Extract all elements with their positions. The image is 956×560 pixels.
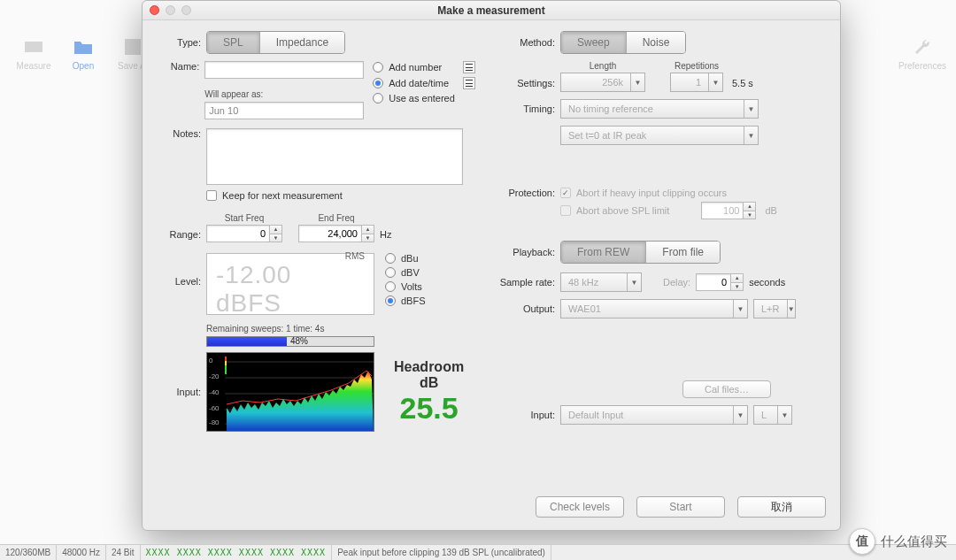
method-noise[interactable]: Noise	[626, 32, 686, 53]
use-as-entered-radio[interactable]	[373, 93, 383, 104]
status-bitdepth: 24 Bit	[106, 545, 141, 560]
volts-radio[interactable]	[385, 281, 396, 292]
settings-label: Settings:	[497, 78, 560, 92]
close-icon[interactable]	[150, 5, 159, 15]
method-sweep[interactable]: Sweep	[561, 32, 626, 53]
input-level-label: Input:	[157, 387, 206, 397]
name-label: Name:	[157, 61, 204, 72]
name-field[interactable]	[204, 61, 364, 79]
sample-rate-select[interactable]: 48 kHz▼	[560, 272, 642, 292]
type-impedance[interactable]: Impedance	[259, 32, 344, 53]
method-label: Method:	[497, 37, 560, 48]
duration-label: 5.5 s	[732, 78, 753, 92]
maximize-icon	[181, 5, 191, 15]
level-display: RMS -12.00 dBFS	[206, 253, 374, 315]
minimize-icon	[166, 5, 175, 15]
notes-field[interactable]	[206, 128, 463, 185]
svg-rect-7	[225, 357, 227, 361]
type-selector[interactable]: SPL Impedance	[206, 31, 345, 54]
keep-checkbox[interactable]	[206, 190, 217, 201]
dbu-radio[interactable]	[385, 253, 396, 264]
abort-spl-checkbox	[560, 205, 571, 216]
playback-label: Playback:	[497, 247, 560, 257]
output-label: Output:	[497, 303, 560, 314]
notes-label: Notes:	[157, 128, 206, 139]
start-freq-label: Start Freq	[206, 213, 282, 223]
method-selector[interactable]: Sweep Noise	[560, 31, 686, 54]
type-spl[interactable]: SPL	[207, 32, 259, 53]
protection-label: Protection:	[497, 188, 560, 198]
length-label: Length	[560, 61, 645, 71]
length-select[interactable]: 256k▼	[560, 73, 645, 92]
will-appear-label: Will appear as:	[204, 89, 364, 99]
headroom-label: HeadroomdB	[394, 359, 464, 391]
watermark-icon: 值	[849, 528, 875, 555]
hz-label: Hz	[380, 229, 391, 242]
level-label: Level:	[157, 253, 206, 287]
dbfs-radio[interactable]	[385, 295, 396, 306]
timing-label: Timing:	[497, 104, 560, 114]
sample-rate-label: Sample rate:	[497, 277, 560, 288]
input-select[interactable]: Default Input▼	[560, 405, 748, 425]
check-levels-button[interactable]: Check levels	[536, 496, 624, 518]
add-number-settings-icon[interactable]: ☰	[463, 61, 475, 73]
cal-files-button[interactable]: Cal files…	[682, 380, 771, 398]
abort-spl-stepper: ▲▼	[701, 202, 756, 219]
output-channel-select[interactable]: L+R▼	[753, 299, 796, 318]
status-samplerate: 48000 Hz	[57, 545, 106, 560]
input-label: Input:	[497, 410, 560, 420]
end-freq-label: End Freq	[298, 213, 374, 223]
headroom-value: 25.5	[394, 391, 464, 426]
playback-rew[interactable]: From REW	[561, 242, 645, 263]
input-spectrum: 0-20-40-60-80	[206, 352, 374, 432]
type-label: Type:	[157, 37, 206, 48]
abort-clipping-checkbox: ✓	[560, 188, 571, 198]
add-number-radio[interactable]	[373, 62, 383, 73]
timing-ref-select[interactable]: No timing reference▼	[560, 99, 759, 119]
delay-label: Delay:	[663, 277, 690, 288]
reps-label: Repetitions	[670, 61, 723, 71]
status-memory: 120/360MB	[0, 545, 57, 560]
start-button[interactable]: Start	[636, 496, 725, 518]
add-datetime-settings-icon[interactable]: ☰	[463, 77, 475, 89]
status-message: Peak input before clipping 139 dB SPL (u…	[332, 545, 551, 560]
status-bar: 120/360MB 48000 Hz 24 Bit XXXX XXXX XXXX…	[0, 544, 956, 560]
playback-file[interactable]: From file	[645, 242, 720, 263]
svg-rect-8	[225, 361, 227, 365]
output-select[interactable]: WAE01▼	[560, 299, 748, 318]
dialog-title: Make a measurement	[143, 4, 840, 17]
remaining-label: Remaining sweeps: 1 time: 4s	[206, 324, 475, 334]
add-datetime-radio[interactable]	[373, 78, 383, 88]
reps-select[interactable]: 1▼	[670, 73, 723, 92]
cancel-button[interactable]: 取消	[737, 496, 826, 518]
range-label: Range:	[157, 229, 206, 242]
progress-bar: 48%	[206, 336, 374, 347]
make-measurement-dialog: Make a measurement Type: SPL Impedance N…	[142, 0, 841, 531]
start-freq-stepper[interactable]: ▲▼	[206, 225, 282, 242]
end-freq-stepper[interactable]: ▲▼	[298, 225, 374, 242]
timing-t0-select[interactable]: Set t=0 at IR peak▼	[560, 126, 759, 145]
status-io: XXXX XXXX XXXX XXXX XXXX XXXX	[141, 545, 333, 560]
dbv-radio[interactable]	[385, 267, 396, 278]
will-appear-field	[204, 102, 364, 119]
delay-stepper[interactable]: ▲▼	[696, 273, 744, 291]
watermark: 值 什么值得买	[849, 528, 947, 555]
svg-rect-9	[225, 365, 227, 374]
input-channel-select[interactable]: L▼	[753, 405, 792, 425]
dialog-titlebar[interactable]: Make a measurement	[143, 1, 840, 20]
playback-selector[interactable]: From REW From file	[560, 241, 721, 264]
